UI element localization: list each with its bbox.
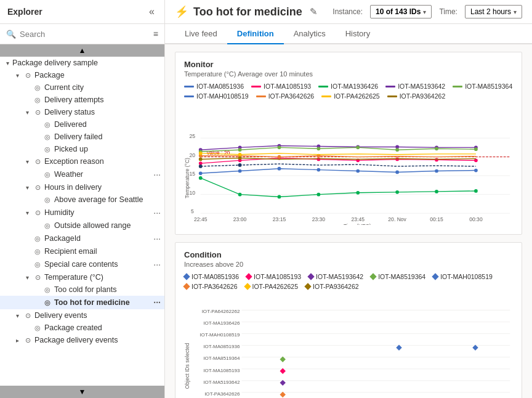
condition-legend-item: IOT-MA8519364: [371, 273, 425, 280]
svg-point-33: [317, 158, 321, 161]
search-input[interactable]: [20, 30, 150, 39]
svg-point-38: [199, 176, 203, 180]
svg-text:25: 25: [190, 133, 196, 139]
svg-text:00:30: 00:30: [469, 216, 483, 222]
tree-item-label: Exception reason: [44, 157, 164, 166]
svg-text:IOT-MA0851936: IOT-MA0851936: [203, 344, 240, 349]
search-box: 🔍 ≡: [0, 24, 164, 44]
filter-icon[interactable]: ≡: [153, 29, 158, 39]
tree-item-outside-allowed[interactable]: ◎Outside allowed range: [0, 219, 164, 232]
svg-text:23:00: 23:00: [233, 216, 247, 222]
item-icon: ◎: [42, 222, 53, 230]
condition-legend: IOT-MA0851936IOT-MA1085193IOT-MA5193642I…: [184, 273, 513, 290]
svg-text:IOT-PA3642626: IOT-PA3642626: [204, 391, 240, 397]
tab-live-feed[interactable]: Live feed: [175, 24, 227, 44]
legend-diamond: [307, 273, 314, 280]
search-icon: 🔍: [6, 30, 16, 39]
sidebar-collapse-button[interactable]: «: [147, 5, 157, 18]
tree-item-label: Hours in delivery: [44, 183, 164, 192]
tree-item-delivery-failed[interactable]: ◎Delivery failed: [0, 131, 164, 143]
instance-dropdown[interactable]: 10 of 143 IDs ▾: [370, 5, 432, 18]
chevron-icon: ▾: [12, 312, 22, 319]
more-options-button[interactable]: ···: [150, 208, 164, 217]
tab-definition[interactable]: Definition: [227, 24, 284, 44]
tree-item-label: Weather: [54, 170, 150, 179]
item-icon: ◎: [32, 84, 43, 92]
tree-item-pkg-delivery-events[interactable]: ▸⊙Package delivery events: [0, 334, 164, 346]
time-label: Time:: [439, 7, 457, 16]
tree-scroll-down-button[interactable]: ▼: [0, 386, 164, 398]
more-options-button[interactable]: ···: [150, 259, 164, 269]
svg-text:IOT-PA64262262: IOT-PA64262262: [202, 309, 240, 314]
condition-title: Condition: [184, 250, 513, 259]
tree-item-packageid[interactable]: ◎PackageId···: [0, 232, 164, 245]
tree-item-hours-in-delivery[interactable]: ▾⊙Hours in delivery: [0, 181, 164, 193]
tree-item-package[interactable]: ▾⊙Package: [0, 69, 164, 81]
tree-item-temperature[interactable]: ▾⊙Temperature (°C): [0, 271, 164, 283]
chevron-icon: ▾: [22, 158, 32, 165]
more-options-button[interactable]: ···: [150, 298, 164, 307]
legend-diamond: [245, 273, 252, 280]
tree-item-recipient-email[interactable]: ◎Recipient email: [0, 245, 164, 258]
tree-item-weather[interactable]: ◎Weather···: [0, 168, 164, 181]
item-icon: ⊙: [22, 312, 33, 320]
tree-item-pkg-delivery[interactable]: ▾Package delivery sample: [0, 57, 164, 69]
svg-point-41: [317, 193, 321, 197]
tree-item-special-care[interactable]: ◎Special care contents···: [0, 258, 164, 271]
tree-item-humidity[interactable]: ▾⊙Humidity···: [0, 206, 164, 219]
item-icon: ◎: [32, 248, 43, 256]
svg-point-59: [395, 148, 399, 152]
item-icon: ◎: [42, 286, 53, 294]
svg-point-70: [199, 158, 203, 161]
svg-point-44: [435, 190, 438, 193]
tree-item-exception-reason[interactable]: ▾⊙Exception reason: [0, 155, 164, 168]
tree-item-current-city[interactable]: ◎Current city: [0, 81, 164, 94]
svg-point-29: [474, 169, 478, 173]
legend-diamond: [369, 273, 376, 280]
svg-point-61: [474, 147, 478, 151]
item-icon: ⊙: [22, 336, 33, 344]
tab-history[interactable]: History: [336, 24, 380, 44]
item-icon: ⊙: [32, 158, 43, 166]
svg-point-63: [238, 163, 242, 167]
tree-scroll-up-button[interactable]: ▲: [0, 44, 164, 57]
tree-item-package-created[interactable]: ◎Package created: [0, 322, 164, 334]
svg-point-27: [395, 171, 399, 174]
tab-analytics[interactable]: Analytics: [284, 24, 336, 44]
item-icon: ◎: [32, 261, 43, 269]
tree-item-label: PackageId: [44, 234, 150, 243]
tree-item-too-cold[interactable]: ◎Too cold for plants: [0, 283, 164, 296]
condition-subtitle: Increases above 20: [184, 261, 513, 268]
more-options-button[interactable]: ···: [150, 169, 164, 179]
tree-item-delivery-status[interactable]: ▾⊙Delivery status: [0, 106, 164, 118]
condition-legend-item: IOT-MA1085193: [246, 273, 301, 280]
tree-item-too-hot[interactable]: ◎Too hot for medicine···: [0, 296, 164, 309]
edit-icon[interactable]: ✎: [310, 6, 318, 17]
main-header: ⚡ Too hot for medicine ✎ Instance: 10 of…: [165, 0, 532, 24]
tree-item-picked-up[interactable]: ◎Picked up: [0, 143, 164, 155]
svg-point-40: [278, 195, 281, 199]
tree-content: ▾Package delivery sample▾⊙Package◎Curren…: [0, 44, 164, 359]
monitor-subtitle: Temperature (°C) Average over 10 minutes: [184, 70, 513, 78]
svg-text:IOT-MAH0108519: IOT-MAH0108519: [200, 332, 240, 338]
tree-item-delivery-events[interactable]: ▾⊙Delivery events: [0, 309, 164, 322]
more-options-button[interactable]: ···: [150, 234, 164, 243]
monitor-legend-item: IOT-PA3642626: [256, 92, 315, 100]
tree-item-above-avg-seattle[interactable]: ◎Above average for Seattle: [0, 193, 164, 206]
tabs-bar: Live feedDefinitionAnalyticsHistory: [165, 24, 532, 44]
svg-text:IOT-MA8519364: IOT-MA8519364: [203, 355, 240, 361]
legend-diamond: [432, 273, 439, 280]
tree-item-label: Current city: [44, 83, 164, 92]
tree-item-delivered[interactable]: ◎Delivered: [0, 118, 164, 131]
monitor-legend-item: IOT-PA4262625: [321, 92, 380, 100]
item-icon: ◎: [32, 235, 43, 243]
tree-item-delivery-attempts[interactable]: ◎Delivery attempts: [0, 94, 164, 106]
time-dropdown[interactable]: Last 2 hours ▾: [465, 5, 522, 18]
condition-legend-item: IOT-PA9364262: [305, 283, 359, 290]
time-value: Last 2 hours: [470, 7, 511, 16]
condition-panel: Condition Increases above 20 IOT-MA08519…: [175, 242, 522, 398]
svg-text:23:15: 23:15: [273, 216, 286, 222]
monitor-legend-item: IOT-PA9364262: [387, 92, 446, 100]
svg-text:5: 5: [191, 208, 194, 214]
tree-item-label: Package delivery events: [34, 336, 164, 344]
